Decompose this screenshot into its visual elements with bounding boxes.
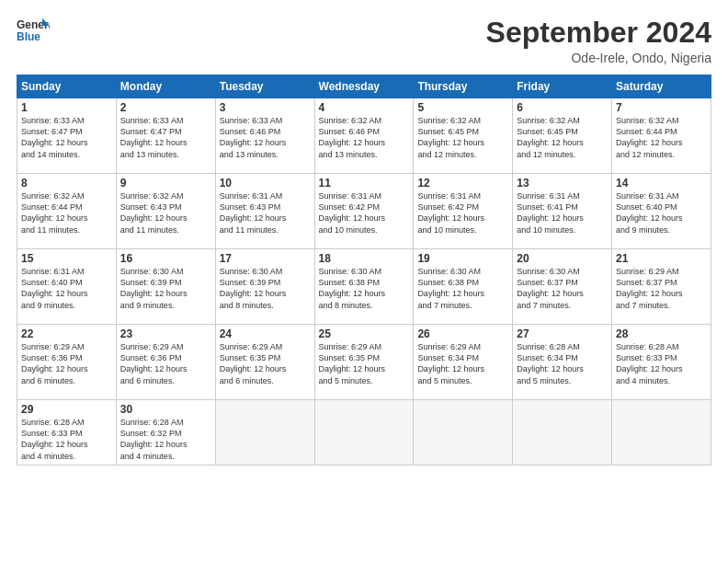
calendar-cell: 10Sunrise: 6:31 AM Sunset: 6:43 PM Dayli…: [215, 174, 314, 249]
day-number: 28: [616, 327, 707, 340]
calendar-cell: 6Sunrise: 6:32 AM Sunset: 6:45 PM Daylig…: [513, 98, 612, 174]
col-header-wednesday: Wednesday: [314, 75, 414, 98]
day-info: Sunrise: 6:32 AM Sunset: 6:46 PM Dayligh…: [319, 115, 410, 160]
day-info: Sunrise: 6:29 AM Sunset: 6:36 PM Dayligh…: [120, 341, 211, 386]
calendar-cell: 19Sunrise: 6:30 AM Sunset: 6:38 PM Dayli…: [414, 249, 513, 325]
calendar-cell: 3Sunrise: 6:33 AM Sunset: 6:46 PM Daylig…: [215, 98, 314, 174]
calendar-cell: 12Sunrise: 6:31 AM Sunset: 6:42 PM Dayli…: [414, 174, 513, 249]
day-number: 9: [120, 177, 211, 190]
day-info: Sunrise: 6:29 AM Sunset: 6:35 PM Dayligh…: [220, 341, 311, 386]
day-info: Sunrise: 6:30 AM Sunset: 6:39 PM Dayligh…: [120, 266, 211, 311]
day-number: 17: [220, 252, 311, 265]
day-number: 27: [517, 327, 608, 340]
day-info: Sunrise: 6:33 AM Sunset: 6:47 PM Dayligh…: [120, 115, 211, 160]
day-info: Sunrise: 6:30 AM Sunset: 6:38 PM Dayligh…: [417, 266, 508, 311]
day-number: 15: [21, 252, 112, 265]
day-info: Sunrise: 6:31 AM Sunset: 6:43 PM Dayligh…: [220, 190, 311, 236]
day-number: 14: [616, 177, 707, 190]
day-info: Sunrise: 6:29 AM Sunset: 6:37 PM Dayligh…: [616, 266, 707, 311]
calendar-cell: 22Sunrise: 6:29 AM Sunset: 6:36 PM Dayli…: [17, 325, 117, 400]
calendar-cell: 29Sunrise: 6:28 AM Sunset: 6:33 PM Dayli…: [17, 400, 117, 465]
day-info: Sunrise: 6:29 AM Sunset: 6:34 PM Dayligh…: [417, 341, 508, 386]
day-info: Sunrise: 6:28 AM Sunset: 6:33 PM Dayligh…: [21, 417, 112, 462]
day-number: 21: [616, 252, 707, 265]
day-info: Sunrise: 6:28 AM Sunset: 6:34 PM Dayligh…: [517, 341, 608, 386]
calendar-table: SundayMondayTuesdayWednesdayThursdayFrid…: [17, 75, 711, 465]
day-number: 2: [120, 101, 211, 114]
day-info: Sunrise: 6:30 AM Sunset: 6:39 PM Dayligh…: [220, 266, 311, 311]
logo: General Blue: [17, 17, 50, 44]
col-header-tuesday: Tuesday: [215, 75, 314, 98]
day-number: 3: [220, 101, 311, 114]
day-number: 29: [21, 403, 112, 416]
day-number: 10: [220, 177, 311, 190]
day-info: Sunrise: 6:30 AM Sunset: 6:38 PM Dayligh…: [319, 266, 410, 311]
day-number: 8: [21, 177, 112, 190]
calendar-cell: 15Sunrise: 6:31 AM Sunset: 6:40 PM Dayli…: [17, 249, 117, 325]
day-info: Sunrise: 6:31 AM Sunset: 6:40 PM Dayligh…: [21, 266, 112, 311]
day-number: 13: [517, 177, 608, 190]
day-info: Sunrise: 6:32 AM Sunset: 6:44 PM Dayligh…: [616, 115, 707, 160]
day-info: Sunrise: 6:30 AM Sunset: 6:37 PM Dayligh…: [517, 266, 608, 311]
day-number: 20: [517, 252, 608, 265]
day-number: 24: [220, 327, 311, 340]
day-info: Sunrise: 6:31 AM Sunset: 6:42 PM Dayligh…: [319, 190, 410, 236]
header: General Blue September 2024 Ode-Irele, O…: [17, 17, 711, 65]
day-number: 11: [319, 177, 410, 190]
calendar-cell: 7Sunrise: 6:32 AM Sunset: 6:44 PM Daylig…: [612, 98, 711, 174]
calendar-cell: 8Sunrise: 6:32 AM Sunset: 6:44 PM Daylig…: [17, 174, 117, 249]
calendar-cell: 18Sunrise: 6:30 AM Sunset: 6:38 PM Dayli…: [314, 249, 414, 325]
day-info: Sunrise: 6:32 AM Sunset: 6:45 PM Dayligh…: [517, 115, 608, 160]
day-info: Sunrise: 6:31 AM Sunset: 6:41 PM Dayligh…: [517, 190, 608, 236]
calendar-cell: 30Sunrise: 6:28 AM Sunset: 6:32 PM Dayli…: [116, 400, 215, 465]
calendar-cell: 2Sunrise: 6:33 AM Sunset: 6:47 PM Daylig…: [116, 98, 215, 174]
day-number: 19: [417, 252, 508, 265]
calendar-cell: [513, 400, 612, 465]
day-number: 12: [417, 177, 508, 190]
day-number: 1: [21, 101, 112, 114]
day-number: 23: [120, 327, 211, 340]
calendar-cell: 25Sunrise: 6:29 AM Sunset: 6:35 PM Dayli…: [314, 325, 414, 400]
logo-icon: General Blue: [17, 17, 50, 44]
day-number: 5: [417, 101, 508, 114]
day-info: Sunrise: 6:28 AM Sunset: 6:32 PM Dayligh…: [120, 417, 211, 462]
day-info: Sunrise: 6:32 AM Sunset: 6:43 PM Dayligh…: [120, 190, 211, 236]
day-number: 30: [120, 403, 211, 416]
day-number: 18: [319, 252, 410, 265]
calendar-cell: 13Sunrise: 6:31 AM Sunset: 6:41 PM Dayli…: [513, 174, 612, 249]
calendar-cell: 16Sunrise: 6:30 AM Sunset: 6:39 PM Dayli…: [116, 249, 215, 325]
day-number: 26: [417, 327, 508, 340]
day-info: Sunrise: 6:33 AM Sunset: 6:47 PM Dayligh…: [21, 115, 112, 160]
day-number: 6: [517, 101, 608, 114]
calendar-cell: 11Sunrise: 6:31 AM Sunset: 6:42 PM Dayli…: [314, 174, 414, 249]
calendar-cell: [215, 400, 314, 465]
col-header-saturday: Saturday: [612, 75, 711, 98]
calendar-cell: 26Sunrise: 6:29 AM Sunset: 6:34 PM Dayli…: [414, 325, 513, 400]
calendar-cell: 28Sunrise: 6:28 AM Sunset: 6:33 PM Dayli…: [612, 325, 711, 400]
day-number: 22: [21, 327, 112, 340]
day-number: 4: [319, 101, 410, 114]
calendar-cell: 1Sunrise: 6:33 AM Sunset: 6:47 PM Daylig…: [17, 98, 117, 174]
day-info: Sunrise: 6:29 AM Sunset: 6:36 PM Dayligh…: [21, 341, 112, 386]
calendar-cell: [612, 400, 711, 465]
day-info: Sunrise: 6:31 AM Sunset: 6:40 PM Dayligh…: [616, 190, 707, 236]
calendar-cell: 4Sunrise: 6:32 AM Sunset: 6:46 PM Daylig…: [314, 98, 414, 174]
calendar-cell: 27Sunrise: 6:28 AM Sunset: 6:34 PM Dayli…: [513, 325, 612, 400]
day-number: 7: [616, 101, 707, 114]
calendar-cell: 23Sunrise: 6:29 AM Sunset: 6:36 PM Dayli…: [116, 325, 215, 400]
day-info: Sunrise: 6:32 AM Sunset: 6:44 PM Dayligh…: [21, 190, 112, 236]
calendar-cell: 17Sunrise: 6:30 AM Sunset: 6:39 PM Dayli…: [215, 249, 314, 325]
month-title: September 2024: [486, 17, 711, 49]
day-info: Sunrise: 6:32 AM Sunset: 6:45 PM Dayligh…: [417, 115, 508, 160]
col-header-friday: Friday: [513, 75, 612, 98]
calendar-cell: 20Sunrise: 6:30 AM Sunset: 6:37 PM Dayli…: [513, 249, 612, 325]
calendar-cell: 14Sunrise: 6:31 AM Sunset: 6:40 PM Dayli…: [612, 174, 711, 249]
svg-text:Blue: Blue: [17, 30, 40, 43]
day-number: 16: [120, 252, 211, 265]
day-info: Sunrise: 6:29 AM Sunset: 6:35 PM Dayligh…: [319, 341, 410, 386]
day-info: Sunrise: 6:28 AM Sunset: 6:33 PM Dayligh…: [616, 341, 707, 386]
day-info: Sunrise: 6:33 AM Sunset: 6:46 PM Dayligh…: [220, 115, 311, 160]
title-block: September 2024 Ode-Irele, Ondo, Nigeria: [486, 17, 711, 65]
col-header-monday: Monday: [116, 75, 215, 98]
location: Ode-Irele, Ondo, Nigeria: [486, 51, 711, 65]
